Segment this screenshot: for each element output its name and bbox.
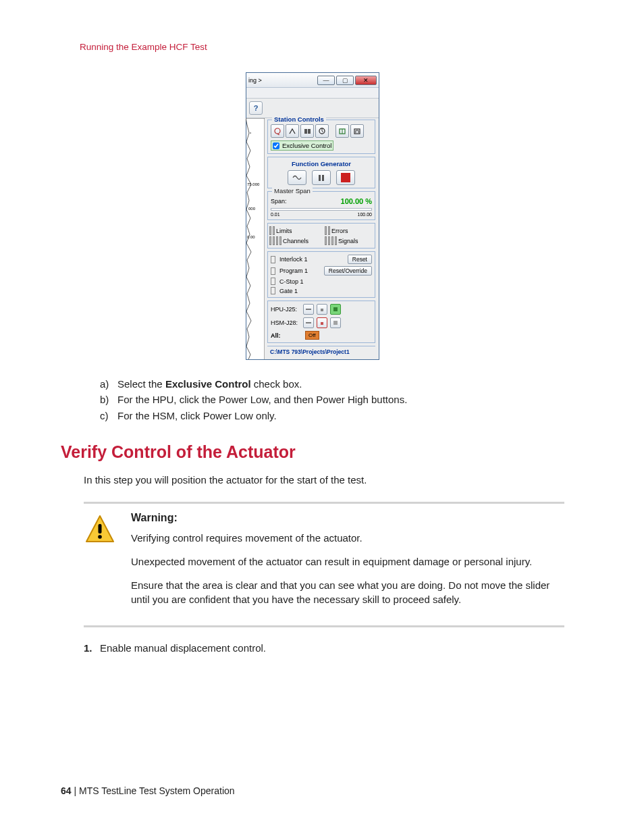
- page-number: 64: [61, 785, 72, 796]
- step-b-text: For the HPU, click the Power Low, and th…: [117, 392, 407, 407]
- torn-left-edge: ▫ 75.000 000 0.00: [246, 118, 264, 359]
- fg-run-button[interactable]: [288, 170, 306, 185]
- warning-p1: Verifying control requires movement of t…: [131, 531, 564, 545]
- power-block: HPU-J25: HSM-J28: All: Off: [267, 301, 375, 343]
- hsm-low-button[interactable]: [317, 317, 327, 328]
- warning-icon: [84, 513, 116, 546]
- fg-stop-button[interactable]: [336, 170, 355, 185]
- title-fragment: ing >: [248, 77, 262, 84]
- close-button[interactable]: ✕: [355, 76, 377, 85]
- warning-p3: Ensure that the area is clear and that y…: [131, 578, 564, 606]
- screenshot-figure: ing > — ▢ ✕ ? ▫ 75.000 000 0.00: [61, 72, 564, 360]
- help-icon[interactable]: ?: [249, 101, 263, 115]
- span-max: 100.00: [358, 212, 372, 217]
- svg-rect-7: [308, 129, 311, 134]
- divider-bottom: [84, 625, 564, 627]
- hpu-low-button[interactable]: [317, 304, 327, 315]
- step-c-text: For the HSM, click Power Low only.: [117, 408, 277, 423]
- hsm-label: HSM-J28:: [271, 319, 300, 326]
- hsm-high-button[interactable]: [330, 317, 341, 328]
- stop-icon: [341, 173, 350, 182]
- fg-hold-button[interactable]: [312, 170, 331, 185]
- all-off-button[interactable]: Off: [305, 331, 319, 340]
- span-label: Span:: [271, 198, 287, 205]
- svg-text:000: 000: [248, 207, 256, 211]
- exclusive-control-checkbox[interactable]: Exclusive Control: [271, 140, 333, 151]
- exclusive-control-label: Exclusive Control: [282, 142, 331, 149]
- hsm-off-button[interactable]: [303, 317, 314, 328]
- step-c-label: c): [100, 408, 113, 423]
- station-controls-legend: Station Controls: [272, 115, 326, 123]
- span-min: 0.01: [271, 212, 280, 217]
- step1-text: Enable manual displacement control.: [100, 642, 266, 654]
- svg-text:0.00: 0.00: [247, 235, 255, 239]
- footer-title: MTS TestLine Test System Operation: [79, 785, 235, 796]
- control-icon-4[interactable]: [315, 124, 329, 138]
- menu-bar: [246, 88, 379, 99]
- master-span-group: Master Span Span: 100.00 % 0.01 100.00: [267, 191, 375, 220]
- warning-title: Warning:: [131, 512, 564, 524]
- detector-grid: Limits Errors Channels Signals: [267, 223, 375, 249]
- cstop-label: C-Stop 1: [279, 278, 304, 285]
- divider-top: [84, 502, 564, 504]
- minimize-button[interactable]: —: [317, 76, 335, 85]
- step-b-label: b): [100, 392, 113, 407]
- numbered-steps: 1. Enable manual displacement control.: [84, 642, 564, 654]
- program-label: Program 1: [279, 267, 308, 274]
- window-titlebar: ing > — ▢ ✕: [246, 73, 379, 88]
- station-manager-window: ing > — ▢ ✕ ? ▫ 75.000 000 0.00: [246, 72, 379, 360]
- gate-label: Gate 1: [279, 288, 298, 294]
- station-controls-group: Station Controls Exclusive Control: [267, 120, 375, 154]
- substep-list: a) Select the Exclusive Control check bo…: [100, 376, 564, 423]
- function-generator-legend: Function Generator: [271, 160, 372, 167]
- control-icon-1[interactable]: [271, 124, 284, 138]
- span-value: 100.00 %: [341, 197, 372, 205]
- channels-cell[interactable]: Channels: [269, 236, 318, 245]
- hpu-off-button[interactable]: [303, 304, 314, 315]
- svg-line-5: [277, 134, 280, 135]
- reset-override-button[interactable]: Reset/Override: [324, 266, 372, 276]
- signals-cell[interactable]: Signals: [325, 236, 373, 245]
- master-span-legend: Master Span: [272, 187, 313, 194]
- interlock-label: Interlock 1: [279, 256, 308, 263]
- errors-cell[interactable]: Errors: [325, 226, 373, 235]
- svg-rect-13: [354, 129, 360, 134]
- svg-rect-15: [322, 175, 324, 181]
- warning-block: Warning: Verifying control requires move…: [84, 512, 564, 616]
- svg-rect-26: [99, 524, 102, 533]
- svg-rect-14: [319, 175, 321, 181]
- limits-cell[interactable]: Limits: [269, 226, 318, 235]
- reset-button[interactable]: Reset: [348, 255, 372, 264]
- hpu-label: HPU-J25:: [271, 306, 300, 313]
- svg-rect-17: [321, 309, 323, 311]
- step1-num: 1.: [84, 642, 95, 654]
- page-footer: 64 | MTS TestLine Test System Operation: [61, 785, 235, 796]
- svg-rect-22: [321, 322, 323, 325]
- breadcrumb: Running the Example HCF Test: [80, 42, 564, 52]
- svg-line-10: [322, 131, 323, 132]
- warning-p2: Unexpected movement of the actuator can …: [131, 554, 564, 569]
- status-bar-path: C:\MTS 793\Projects\Project1: [267, 346, 375, 357]
- control-icon-5[interactable]: [336, 124, 349, 138]
- step-a-text: Select the Exclusive Control check box.: [117, 376, 302, 392]
- exclusive-control-input[interactable]: [273, 142, 279, 149]
- control-icon-3[interactable]: [300, 124, 314, 138]
- svg-text:▫: ▫: [250, 130, 251, 135]
- section-heading: Verify Control of the Actuator: [61, 442, 564, 462]
- svg-text:75.000: 75.000: [247, 182, 260, 186]
- span-slider[interactable]: 0.01 100.00: [271, 208, 372, 217]
- hpu-high-button[interactable]: [330, 304, 341, 315]
- all-label: All:: [271, 332, 300, 339]
- svg-rect-6: [304, 129, 307, 134]
- function-generator-group: Function Generator: [267, 157, 375, 188]
- svg-point-27: [98, 535, 102, 539]
- step-a-label: a): [100, 376, 113, 392]
- section-intro: In this step you will position the actua…: [84, 474, 564, 486]
- control-icon-2[interactable]: [286, 124, 299, 138]
- maximize-button[interactable]: ▢: [336, 76, 354, 85]
- control-icon-6[interactable]: [350, 124, 364, 138]
- status-block: Interlock 1 Reset Program 1 Reset/Overri…: [267, 251, 375, 298]
- svg-point-4: [275, 128, 280, 134]
